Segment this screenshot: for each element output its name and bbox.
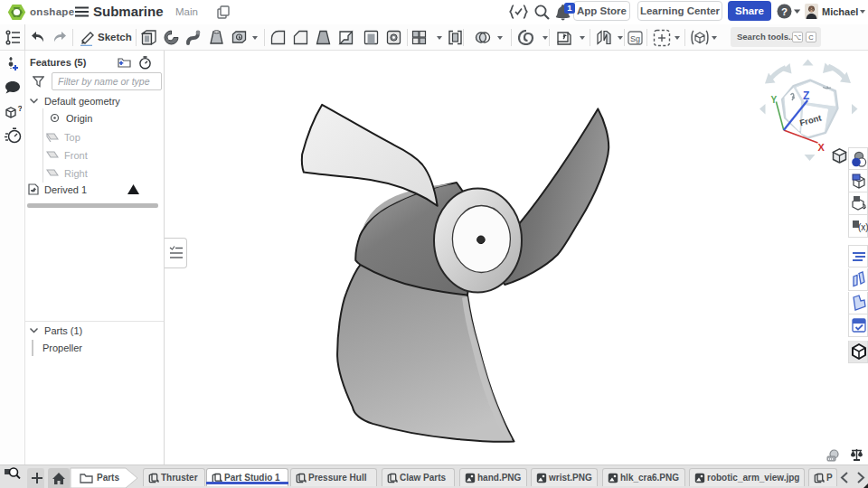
svg-text:X: X xyxy=(818,142,826,153)
svg-text:Y: Y xyxy=(771,95,778,105)
svg-text:(x): (x) xyxy=(858,222,868,232)
svg-text:1: 1 xyxy=(567,3,572,13)
svg-text:Z: Z xyxy=(803,89,809,102)
